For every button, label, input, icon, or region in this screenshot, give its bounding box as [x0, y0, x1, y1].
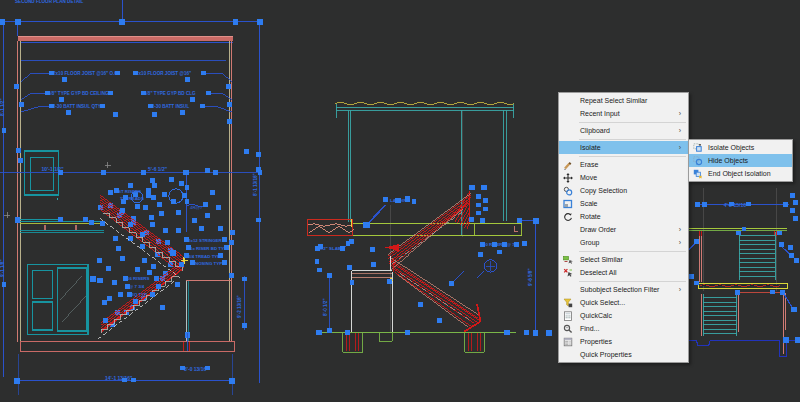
svg-text:9'-6 5/8": 9'-6 5/8" [528, 268, 533, 286]
svg-text:5'-6 1/2": 5'-6 1/2" [148, 166, 168, 172]
svg-text:2x12 STRINGER: 2x12 STRINGER [188, 238, 223, 243]
svg-text:5/8" TYPE GYP BD CEILING: 5/8" TYPE GYP BD CEILING [48, 91, 109, 96]
svg-text:R-30 BATT INSUL: R-30 BATT INSUL [151, 104, 189, 109]
svg-text:9'-2 13/16": 9'-2 13/16" [237, 295, 242, 318]
svg-text:3/4 TREAD TYP: 3/4 TREAD TYP [188, 254, 220, 259]
svg-text:4'-2 15/16": 4'-2 15/16" [724, 202, 749, 208]
svg-text:@ 7 3/4: @ 7 3/4 [129, 284, 145, 289]
svg-text:NOSING TYP: NOSING TYP [195, 261, 222, 266]
svg-text:8'-0 1/2": 8'-0 1/2" [323, 298, 328, 316]
svg-text:ST RISERS: ST RISERS [118, 189, 141, 194]
svg-text:R-30 BATT INSUL QTY: R-30 BATT INSUL QTY [52, 104, 101, 109]
svg-text:8'-1 1/2": 8'-1 1/2" [0, 98, 5, 116]
svg-text:5/8" TYPE GYP BD CLG: 5/8" TYPE GYP BD CLG [144, 91, 196, 96]
svg-text:16 RISERS: 16 RISERS [127, 276, 150, 281]
svg-text:4R@7: 4R@7 [190, 205, 203, 210]
svg-text:8'-1 13/16": 8'-1 13/16" [253, 173, 258, 196]
svg-text:10 RISERS @ 7": 10 RISERS @ 7" [483, 242, 517, 247]
svg-text:EQ TYP: EQ TYP [131, 292, 147, 297]
svg-text:14'-1 13/16": 14'-1 13/16" [105, 375, 133, 381]
svg-text:9'-1 1/8": 9'-1 1/8" [0, 259, 5, 277]
svg-text:2x10 FLOOR JOIST @16": 2x10 FLOOR JOIST @16" [136, 71, 191, 76]
svg-text:1x RISER BD TYP: 1x RISER BD TYP [190, 246, 227, 251]
svg-text:2x10 FLOOR JOIST @16" O.C.: 2x10 FLOOR JOIST @16" O.C. [53, 71, 119, 76]
svg-text:SECOND FLOOR PLAN DETAIL: SECOND FLOOR PLAN DETAIL [15, 0, 84, 4]
